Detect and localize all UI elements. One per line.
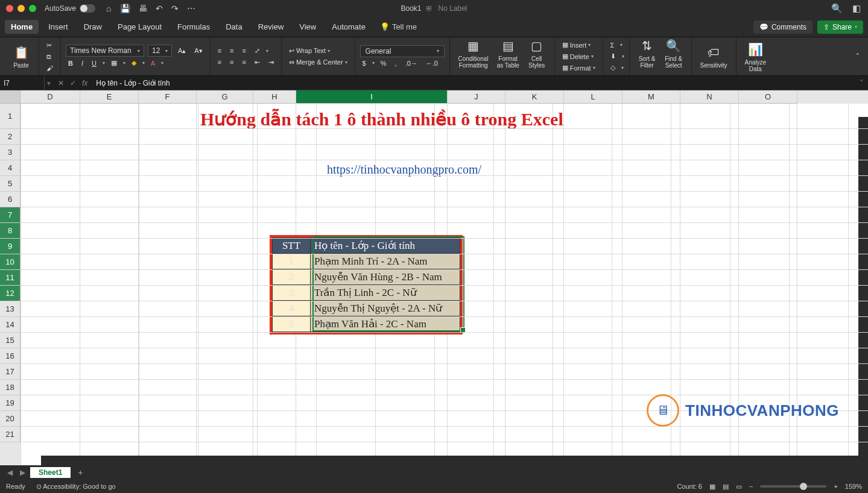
zoom-level[interactable]: 159% [845, 483, 862, 490]
decrease-font-icon[interactable]: A▾ [192, 46, 204, 56]
row-header-7[interactable]: 7 [0, 207, 21, 223]
indent-decrease-icon[interactable]: ⇤ [252, 57, 262, 68]
cell-data[interactable]: Phạm Văn Hải - 2C - Nam [311, 316, 460, 332]
cell-data[interactable]: Trần Thị Linh - 2C - Nữ [311, 285, 460, 301]
comma-icon[interactable]: , [393, 58, 399, 68]
borders-icon[interactable]: ▦ [109, 58, 119, 68]
undo-icon[interactable]: ↶ [156, 4, 163, 13]
row-header-16[interactable]: 16 [0, 348, 21, 364]
autosave-toggle[interactable]: AutoSave [45, 4, 95, 13]
row-header-2[interactable]: 2 [0, 129, 21, 145]
col-header-K[interactable]: K [505, 90, 564, 104]
row-header-13[interactable]: 13 [0, 301, 21, 317]
format-cells-button[interactable]: ▦ Format ▾ [560, 63, 598, 73]
sheet-tab-active[interactable]: Sheet1 [30, 467, 71, 478]
save-icon[interactable]: 💾 [120, 4, 130, 13]
row-header-4[interactable]: 4 [0, 160, 21, 176]
col-header-M[interactable]: M [622, 90, 680, 104]
cell-data[interactable]: Nguyễn Văn Hùng - 2B - Nam [311, 269, 460, 285]
row-header-12[interactable]: 12 [0, 286, 21, 301]
italic-button[interactable]: I [79, 58, 86, 68]
fill-icon[interactable]: ⬇ [608, 51, 618, 61]
row-header-15[interactable]: 15 [0, 333, 21, 348]
underline-button[interactable]: U [89, 58, 99, 68]
tab-page-layout[interactable]: Page Layout [112, 20, 168, 34]
currency-icon[interactable]: $ [360, 58, 369, 68]
col-header-G[interactable]: G [197, 90, 253, 104]
search-icon[interactable]: 🔍 [831, 3, 843, 14]
tab-automate[interactable]: Automate [326, 20, 372, 34]
add-sheet-button[interactable]: + [73, 468, 87, 477]
cell-data[interactable]: Nguyễn Thị Nguyệt - 2A - Nữ [311, 301, 460, 316]
tab-formulas[interactable]: Formulas [171, 20, 216, 34]
col-header-D[interactable]: D [21, 90, 80, 104]
formula-input[interactable]: Họ tên - Lớp - Giới tính [92, 79, 855, 87]
merge-center-button[interactable]: ⇔ Merge & Center▾ [287, 57, 350, 68]
orientation-icon[interactable]: ⤢ [252, 46, 262, 56]
row-header-11[interactable]: 11 [0, 270, 21, 286]
row-header-17[interactable]: 17 [0, 364, 21, 380]
grid-area[interactable]: Hướng dẫn tách 1 ô thành nhiều ô trong E… [21, 104, 868, 465]
tell-me[interactable]: 💡 Tell me [380, 22, 417, 31]
col-header-L[interactable]: L [564, 90, 622, 104]
col-header-F[interactable]: F [139, 90, 197, 104]
tab-insert[interactable]: Insert [42, 20, 74, 34]
align-bottom-icon[interactable]: ≡ [240, 46, 249, 55]
cut-icon[interactable]: ✂ [44, 40, 55, 51]
cell-stt[interactable]: 4 [273, 301, 311, 316]
horizontal-scrollbar[interactable] [41, 456, 868, 465]
minimize-window-button[interactable] [17, 5, 25, 12]
find-select-button[interactable]: 🔍 Find & Select [661, 37, 686, 75]
zoom-slider[interactable] [760, 485, 826, 488]
cancel-formula-icon[interactable]: ✕ [58, 79, 64, 87]
cell-stt[interactable]: 5 [273, 316, 311, 332]
tab-review[interactable]: Review [252, 20, 290, 34]
name-box[interactable]: I7 [0, 76, 45, 90]
cell-stt[interactable]: 3 [273, 285, 311, 301]
accessibility-status[interactable]: ⊙ Accessibility: Good to go [36, 483, 116, 491]
analyze-data-button[interactable]: 📊 Analyze Data [741, 41, 770, 72]
comments-button[interactable]: 💬 Comments [753, 20, 813, 34]
increase-decimal-icon[interactable]: .0→ [403, 58, 420, 68]
redo-icon[interactable]: ↷ [171, 4, 179, 13]
indent-increase-icon[interactable]: ⇥ [266, 57, 276, 68]
select-all-corner[interactable] [0, 90, 21, 104]
row-header-6[interactable]: 6 [0, 192, 21, 207]
paste-button[interactable]: 📋 Paste [8, 44, 34, 69]
view-page-layout-icon[interactable]: ▤ [723, 483, 729, 491]
view-normal-icon[interactable]: ▦ [709, 483, 715, 491]
font-name-select[interactable]: Times New Roman▾ [66, 45, 144, 57]
percent-icon[interactable]: % [378, 58, 389, 68]
fx-icon[interactable]: fx [82, 79, 87, 87]
bold-button[interactable]: B [66, 58, 75, 68]
sensitivity-button[interactable]: 🏷 Sensitivity [697, 44, 731, 69]
insert-cells-button[interactable]: ▦ Insert ▾ [560, 40, 598, 50]
row-header-1[interactable]: 1 [0, 104, 21, 129]
cell-data[interactable]: Phạm Minh Trí - 2A - Nam [311, 254, 460, 269]
align-top-icon[interactable]: ≡ [215, 46, 224, 55]
accept-formula-icon[interactable]: ✓ [70, 79, 76, 87]
conditional-formatting-button[interactable]: ▦ Conditional Formatting [455, 37, 492, 75]
sort-filter-button[interactable]: ⇅ Sort & Filter [635, 37, 660, 75]
row-header-5[interactable]: 5 [0, 176, 21, 192]
tab-data[interactable]: Data [220, 20, 248, 34]
name-box-chevron-icon[interactable]: ▾ [45, 79, 53, 87]
align-middle-icon[interactable]: ≡ [227, 46, 236, 55]
row-header-19[interactable]: 19 [0, 395, 21, 411]
col-header-E[interactable]: E [80, 90, 139, 104]
copy-icon[interactable]: ⧉ [44, 52, 55, 62]
number-format-select[interactable]: General▾ [360, 45, 445, 57]
col-header-N[interactable]: N [680, 90, 739, 104]
close-window-button[interactable] [6, 5, 13, 12]
sheet-nav-prev-icon[interactable]: ◀ [5, 468, 15, 477]
row-header-8[interactable]: 8 [0, 223, 21, 239]
row-header-9[interactable]: 9 [0, 239, 21, 254]
tab-view[interactable]: View [293, 20, 322, 34]
more-icon[interactable]: ⋯ [187, 4, 195, 13]
zoom-in-button[interactable]: + [834, 483, 837, 490]
row-header-3[interactable]: 3 [0, 145, 21, 160]
row-header-10[interactable]: 10 [0, 254, 21, 270]
expand-formula-icon[interactable]: ˅ [855, 79, 868, 87]
autosave-switch[interactable] [80, 4, 95, 13]
share-button[interactable]: ⇪ Share ▾ [817, 20, 863, 34]
